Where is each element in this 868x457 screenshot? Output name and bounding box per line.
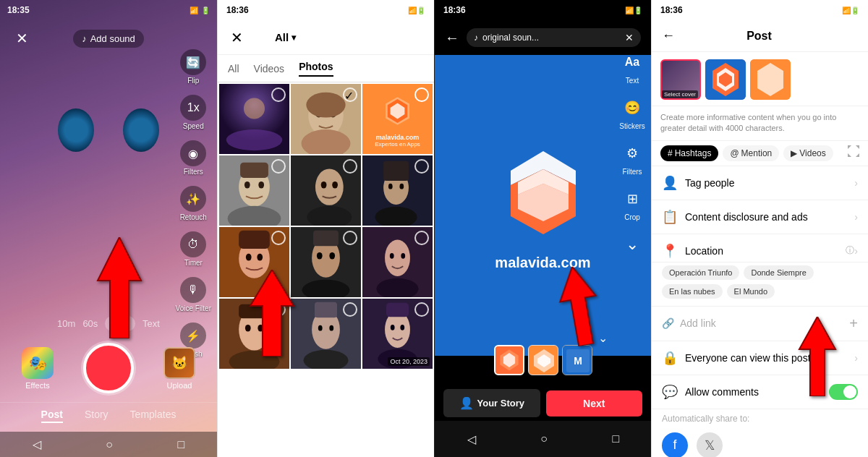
photo-cell-1[interactable] [219,84,289,154]
home-nav-3[interactable]: ○ [540,432,548,445]
text-icon: Aa [619,49,645,75]
your-story-button[interactable]: 👤 Your Story [443,389,540,417]
select-circle-7 [271,231,286,245]
back-nav-1[interactable]: ◁ [33,437,41,451]
svg-rect-64 [386,303,409,317]
back-nav-3[interactable]: ◁ [467,432,476,446]
timer-control[interactable]: ⏱ Timer [180,231,206,267]
thumb-2[interactable] [528,345,558,375]
photo-cell-3[interactable]: malavida.com Expertos en Apps [362,84,433,154]
location-icon: 📍 [662,243,678,259]
filters-control[interactable]: ◉ Filters [180,140,206,176]
back-button-4[interactable]: ← [662,28,675,43]
next-button-video[interactable]: Next [546,390,643,417]
loc-chip-3[interactable]: En las nubes [662,284,723,299]
loc-chip-1[interactable]: Operación Triunfo [662,265,739,280]
tab-templates[interactable]: Templates [130,409,176,423]
cover-label-1: Select cover [662,90,698,98]
svg-point-29 [388,184,393,189]
cover-item-3[interactable] [750,59,791,100]
stickers-icon: 😊 [619,95,645,121]
filter-dropdown[interactable]: All ▾ [275,31,296,43]
videos-label: Videos [799,148,825,158]
svg-point-23 [321,181,327,189]
flip-control[interactable]: 🔄 Flip [180,49,206,85]
hashtags-label: Hashtags [675,148,712,158]
post-top-nav: ← Post [652,20,868,52]
link-icon: 🔗 [662,317,674,329]
more-tool[interactable]: ⌄ [619,231,645,257]
mention-chip[interactable]: @ Mention [723,145,779,161]
thumbnail-strip: M [435,339,651,381]
svg-point-57 [329,325,333,331]
add-link-plus-icon[interactable]: + [849,315,858,332]
photo-cell-6[interactable] [362,155,433,226]
tab-photos[interactable]: Photos [299,61,333,77]
text-tool[interactable]: Aa Text [619,49,645,85]
social-row: f 𝕏 [652,428,868,457]
privacy-icon: 🔒 [662,350,678,366]
record-button[interactable] [83,343,134,393]
voice-filter-control[interactable]: 🎙 Voice Filter [176,277,211,312]
photo-cell-5[interactable] [291,155,361,226]
select-circle-8 [343,231,357,245]
upload-button[interactable]: 🐱 Upload [163,347,195,390]
tab-post[interactable]: Post [41,409,63,423]
square-nav-3[interactable]: □ [613,432,620,445]
tab-story[interactable]: Story [85,409,109,423]
photo-cell-12[interactable]: Oct 20, 2023 [362,299,433,369]
play-icon: ▶ [791,148,797,158]
crop-tool[interactable]: ⊞ Crop [619,186,645,221]
filters-tool[interactable]: ⚙ Filters [619,140,645,176]
cat-eye-left [58,108,94,152]
post-page-title: Post [675,30,843,43]
tab-all[interactable]: All [228,63,239,74]
svg-marker-90 [856,153,859,157]
chevron-down-icon: ▾ [292,33,296,43]
content-disclosure-row[interactable]: 📋 Content disclosure and ads › [652,200,868,234]
photo-cell-9[interactable] [362,227,433,297]
cover-logo-svg [705,59,746,100]
loc-chip-4[interactable]: El Mundo [727,284,775,299]
sound-chip[interactable]: ♪ original soun... ✕ [467,28,641,47]
videos-chip[interactable]: ▶ Videos [783,145,833,161]
filters-tool-label: Filters [622,168,642,176]
photo-cell-4[interactable] [219,155,289,226]
location-row[interactable]: 📍 Location ⓘ › [652,234,868,262]
cover-thumb-3 [750,59,791,100]
stickers-tool[interactable]: 😊 Stickers [619,95,645,130]
cover-item-2[interactable] [705,59,746,100]
facebook-icon[interactable]: f [662,432,688,457]
back-button-3[interactable]: ← [445,30,459,46]
home-nav-1[interactable]: ○ [106,438,113,451]
music-icon: ♪ [82,33,87,44]
effects-label: Effects [25,381,49,390]
thumb-svg-1 [495,345,523,375]
cover-item-1[interactable]: Select cover [660,59,701,100]
photo-cell-2[interactable]: ✓ [291,84,361,154]
retouch-control[interactable]: ✨ Retouch [180,186,207,221]
svg-point-62 [391,325,395,330]
camera-panel: 18:35 📶 🔋 ✕ ♪ Add sound 🔄 Flip 1x Speed … [0,0,217,457]
sound-remove-button[interactable]: ✕ [625,32,634,43]
expand-icon[interactable] [848,145,859,161]
malavida-logo-thumb [378,91,417,131]
square-nav-1[interactable]: □ [178,438,185,451]
hashtags-chip[interactable]: # Hashtags [660,145,718,161]
tag-people-row[interactable]: 👤 Tag people › [652,166,868,200]
twitter-icon[interactable]: 𝕏 [697,432,723,457]
svg-rect-58 [315,302,337,317]
description-hint: Create more informative content when you… [652,106,868,141]
timing-10m[interactable]: 10m [57,318,75,329]
retouch-icon: ✨ [180,186,206,212]
tab-videos[interactable]: Videos [254,63,285,74]
effects-button[interactable]: 🎭 Effects [22,347,54,390]
music-note-icon: ♪ [474,33,478,43]
loc-chip-2[interactable]: Donde Siempre [744,265,813,280]
tag-row: # Hashtags @ Mention ▶ Videos [652,141,868,166]
add-sound-button[interactable]: ♪ Add sound [73,30,144,48]
speed-control[interactable]: 1x Speed [180,95,206,130]
close-button[interactable]: ✕ [10,27,33,50]
close-gallery-button[interactable]: ✕ [228,26,246,49]
thumb-1[interactable] [494,345,524,375]
